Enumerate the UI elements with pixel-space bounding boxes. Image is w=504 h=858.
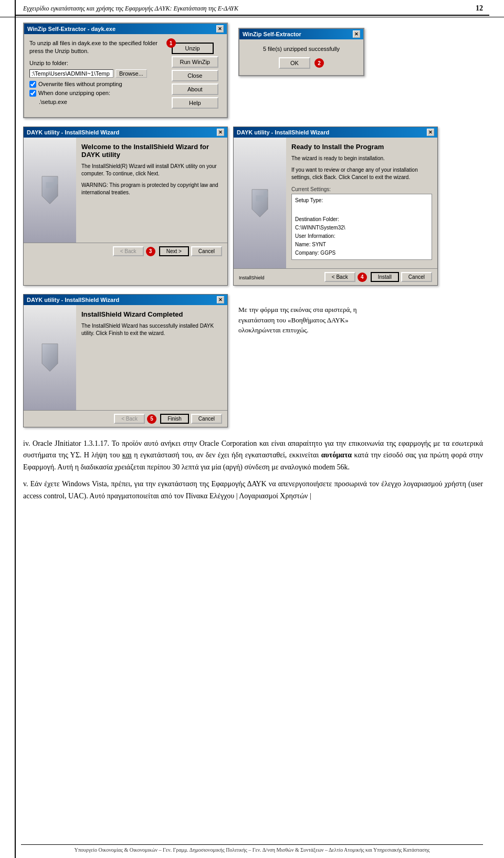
section-iv-label: iv. Oracle JInitiator 1.3.1.17. xyxy=(23,440,109,447)
close-button[interactable]: Close xyxy=(172,70,218,81)
is-welcome-text: The InstallShield(R) Wizard will install… xyxy=(81,163,222,177)
unzip-to-label: Unzip to folder: xyxy=(29,60,68,66)
install-button[interactable]: Install xyxy=(371,272,399,282)
winzip-title: WinZip Self-Extractor - dayk.exe xyxy=(27,26,116,32)
checkbox-open-row: When done unzipping open: xyxy=(29,90,169,97)
back-button[interactable]: < Back xyxy=(113,246,144,256)
section-v-label: v. xyxy=(23,480,28,488)
dest-folder-label: Destination Folder: xyxy=(295,215,428,224)
body-text-section: iv. Oracle JInitiator 1.3.1.17. Το προϊό… xyxy=(23,438,483,502)
screenshots-row3: DAYK utility - InstallShield Wizard ✕ In… xyxy=(23,294,483,427)
ok-btn-row: OK 2 xyxy=(246,57,357,69)
step2-circle: 2 xyxy=(314,58,324,68)
install-btn-wrapper: 4 Install xyxy=(358,272,399,282)
complete-cancel-button[interactable]: Cancel xyxy=(191,414,222,424)
is-ready-footer: InstallShield < Back 4 Install Cancel xyxy=(234,268,437,285)
success-close-button[interactable]: ✕ xyxy=(353,30,360,38)
is-complete-left xyxy=(24,305,76,410)
user-info-label: User Information: xyxy=(295,232,428,240)
installshield-ready-dialog: DAYK utility - InstallShield Wizard ✕ Re… xyxy=(233,127,438,286)
finish-button[interactable]: Finish xyxy=(160,414,189,424)
cancel-button[interactable]: Cancel xyxy=(191,246,222,256)
winzip-close-button[interactable]: ✕ xyxy=(216,25,224,33)
is-ready-heading: Ready to Install the Program xyxy=(291,143,432,151)
installshield-complete-dialog: DAYK utility - InstallShield Wizard ✕ In… xyxy=(23,294,228,427)
dest-folder-value: C:\WINNT\System32\ xyxy=(295,224,428,232)
is-ready-close[interactable]: ✕ xyxy=(427,129,434,136)
installshield-label: InstallShield xyxy=(239,275,265,280)
is-ready-review: If you want to review or change any of y… xyxy=(291,166,432,181)
page-border-top xyxy=(15,15,489,16)
is-complete-heading: InstallShield Wizard Completed xyxy=(81,310,222,318)
section-iv-para: iv. Oracle JInitiator 1.3.1.17. Το προϊό… xyxy=(23,438,483,473)
runwinzip-button[interactable]: Run WinZip xyxy=(172,56,218,68)
is-welcome-right: Welcome to the InstallShield Wizard for … xyxy=(76,138,227,243)
checkbox-overwrite-row: Overwrite files without prompting xyxy=(29,81,169,88)
unzip-to-row: Unzip to folder: xyxy=(29,60,169,66)
main-content: WinZip Self-Extractor - dayk.exe ✕ To un… xyxy=(0,23,504,502)
installshield-welcome-dialog: DAYK utility - InstallShield Wizard ✕ xyxy=(23,127,228,286)
is-settings: Current Settings: Setup Type: Destinatio… xyxy=(291,185,432,260)
open-value: .\setup.exe xyxy=(29,99,169,105)
company-label: Company: xyxy=(295,250,319,256)
is-logo-icon xyxy=(34,174,66,206)
dialog-layout: To unzip all files in dayk.exe to the sp… xyxy=(29,39,222,112)
next-btn-wrapper: 3 Next > xyxy=(146,246,189,256)
caption-text: Με την φόρμα της εικόνας στα αριστερά, η… xyxy=(238,294,375,336)
current-settings-label: Current Settings: xyxy=(291,185,432,194)
screenshots-row2: DAYK utility - InstallShield Wizard ✕ xyxy=(23,127,483,286)
is-left-panel xyxy=(24,138,76,243)
is-complete-right: InstallShield Wizard Completed The Insta… xyxy=(76,305,227,410)
is-welcome-close[interactable]: ✕ xyxy=(217,129,224,136)
step1-circle: 1 xyxy=(166,38,176,48)
is-welcome-heading: Welcome to the InstallShield Wizard for … xyxy=(81,143,222,159)
footer-text: Υπουργείο Οικονομίας & Οικονομικών – Γεν… xyxy=(75,847,430,853)
is-ready-right: Ready to Install the Program The wizard … xyxy=(286,138,437,268)
dialog-main-area: To unzip all files in dayk.exe to the sp… xyxy=(29,39,169,112)
step4-circle: 4 xyxy=(358,273,367,282)
name-label: Name: xyxy=(295,242,310,247)
autom-bold: αυτόματα xyxy=(321,451,352,459)
success-title: WinZip Self-Extractor xyxy=(243,31,301,37)
complete-back-button[interactable]: < Back xyxy=(114,414,145,424)
overwrite-label: Overwrite files without prompting xyxy=(38,81,122,87)
overwrite-checkbox[interactable] xyxy=(29,81,36,88)
setup-type-value xyxy=(295,205,428,213)
step5-circle: 5 xyxy=(147,414,156,424)
ready-cancel-button[interactable]: Cancel xyxy=(401,272,432,282)
success-message: 5 file(s) unzipped successfully xyxy=(246,46,357,52)
dialog-side-buttons: 1 Unzip Run WinZip Close About Help xyxy=(169,39,222,112)
success-titlebar: WinZip Self-Extractor ✕ xyxy=(239,29,363,39)
folder-row: Browse... xyxy=(29,69,169,78)
section-v-para: v. Εάν έχετε Windows Vista, πρέπει, για … xyxy=(23,478,483,502)
winzip-right-col: WinZip Self-Extractor ✕ 5 file(s) unzipp… xyxy=(238,23,364,76)
name-value: SYNT xyxy=(312,242,326,247)
page-number: 12 xyxy=(476,4,483,13)
company-value: GGPS xyxy=(320,250,335,256)
is-complete-close[interactable]: ✕ xyxy=(217,296,224,304)
ok-button[interactable]: OK xyxy=(279,57,310,69)
unzip-button[interactable]: Unzip xyxy=(172,43,214,54)
is-ready-logo-icon xyxy=(244,187,276,219)
help-button[interactable]: Help xyxy=(172,97,218,109)
is-welcome-titlebar: DAYK utility - InstallShield Wizard ✕ xyxy=(24,127,227,138)
next-button[interactable]: Next > xyxy=(159,246,189,256)
settings-box: Setup Type: Destination Folder: C:\WINNT… xyxy=(291,194,432,260)
about-button[interactable]: About xyxy=(172,83,218,95)
winzip-body: To unzip all files in dayk.exe to the sp… xyxy=(24,34,227,117)
is-complete-title: DAYK utility - InstallShield Wizard xyxy=(27,297,119,303)
step3-circle: 3 xyxy=(146,247,155,256)
is-complete-text: The InstallShield Wizard has successfull… xyxy=(81,322,222,337)
ready-back-button[interactable]: < Back xyxy=(324,272,355,282)
open-checkbox[interactable] xyxy=(29,90,36,97)
setup-type-label: Setup Type: xyxy=(295,196,428,205)
browse-button[interactable]: Browse... xyxy=(116,69,147,78)
finish-btn-wrapper: 5 Finish xyxy=(147,414,189,424)
winzip-description: To unzip all files in dayk.exe to the sp… xyxy=(29,39,169,56)
winzip-main-dialog: WinZip Self-Extractor - dayk.exe ✕ To un… xyxy=(23,23,228,118)
unzip-btn-wrapper: 1 Unzip xyxy=(172,43,218,54)
is-complete-body: InstallShield Wizard Completed The Insta… xyxy=(24,305,227,410)
folder-input[interactable] xyxy=(29,69,113,78)
winzip-titlebar: WinZip Self-Extractor - dayk.exe ✕ xyxy=(24,24,227,34)
company-row: Company: GGPS xyxy=(295,249,428,257)
